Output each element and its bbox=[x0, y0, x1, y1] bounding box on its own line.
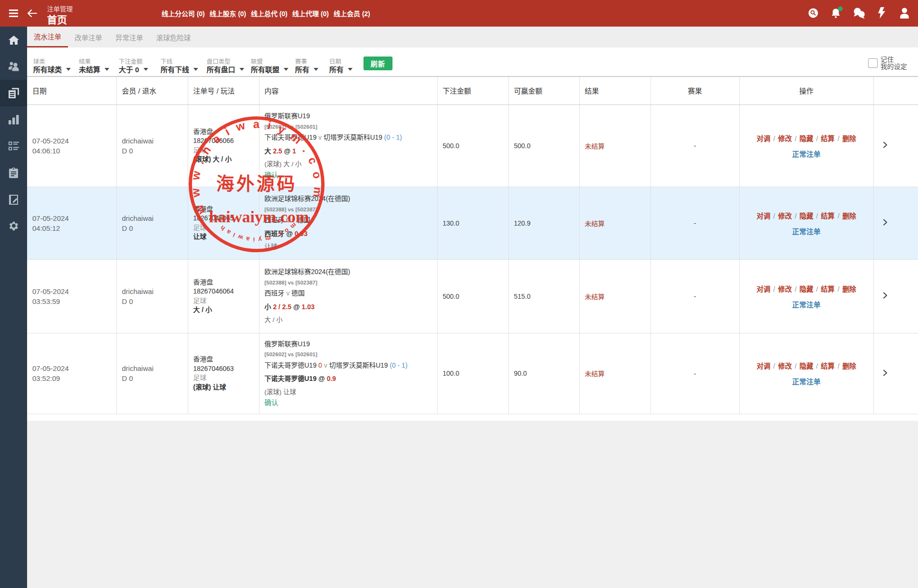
svg-text:haiwaiym.com: haiwaiym.com bbox=[209, 208, 309, 226]
svg-text:www.haiwaiym.com: www.haiwaiym.com bbox=[189, 117, 325, 217]
svg-text:海外源码: 海外源码 bbox=[216, 174, 297, 194]
